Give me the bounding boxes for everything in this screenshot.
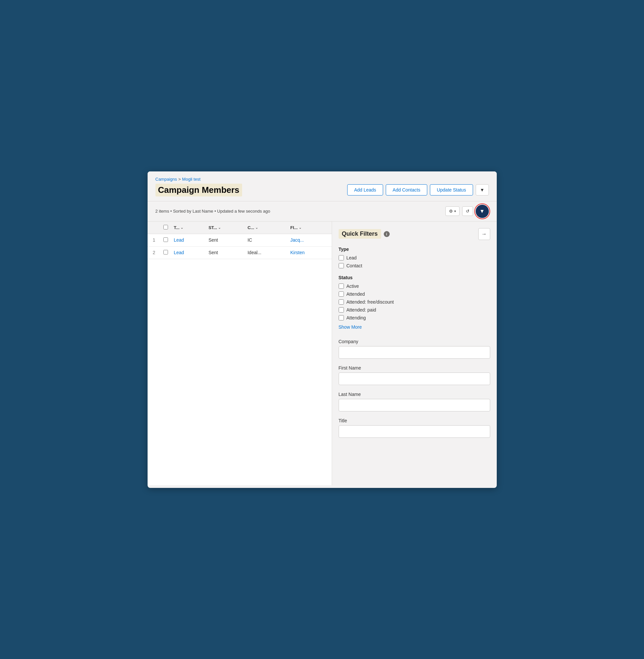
- type-cell: Lead: [171, 234, 206, 246]
- firstname-filter-group: First Name: [339, 365, 490, 385]
- type-link[interactable]: Lead: [174, 250, 184, 255]
- status-active-option: Active: [339, 284, 490, 289]
- checkbox-header: [161, 222, 171, 234]
- status-attending-checkbox[interactable]: [339, 315, 344, 321]
- type-lead-checkbox[interactable]: [339, 255, 344, 260]
- gear-dropdown-chevron: ▾: [454, 209, 456, 213]
- firstname-link[interactable]: Kirsten: [290, 250, 305, 255]
- info-icon[interactable]: i: [384, 231, 390, 237]
- table-area: T... ⌄ ST... ⌄ C...: [147, 222, 332, 485]
- status-sort-icon: ⌄: [218, 226, 221, 229]
- status-attended-paid-label: Attended: paid: [347, 307, 376, 312]
- quick-filters-panel: Quick Filters i → Type Lead Contact: [332, 222, 497, 485]
- firstname-cell: Kirsten: [288, 246, 331, 259]
- title-filter-group: Title: [339, 418, 490, 438]
- status-attended-free-checkbox[interactable]: [339, 299, 344, 305]
- breadcrumb-mogli-test[interactable]: Mogli test: [182, 177, 201, 182]
- refresh-icon: ↺: [466, 209, 469, 214]
- row-num-cell: 2: [147, 246, 161, 259]
- table-header-row: T... ⌄ ST... ⌄ C...: [147, 222, 332, 234]
- status-column-header[interactable]: ST... ⌄: [206, 222, 245, 234]
- filter-icon: ▼: [480, 208, 485, 214]
- status-attended-free-label: Attended: free/discount: [347, 299, 394, 305]
- actions-dropdown-button[interactable]: ▼: [476, 184, 489, 196]
- row-checkbox-cell: [161, 246, 171, 259]
- status-attended-checkbox[interactable]: [339, 291, 344, 297]
- type-filter-section: Type Lead Contact: [339, 247, 490, 268]
- firstname-filter-label: First Name: [339, 365, 490, 371]
- expand-filter-button[interactable]: →: [478, 228, 490, 240]
- type-link[interactable]: Lead: [174, 237, 184, 243]
- status-cell: Sent: [206, 234, 245, 246]
- gear-icon: ⚙: [449, 209, 453, 214]
- lastname-filter-group: Last Name: [339, 392, 490, 412]
- status-attended-label: Attended: [347, 291, 365, 297]
- filter-panel-header: Quick Filters i →: [339, 228, 490, 240]
- row-checkbox[interactable]: [163, 237, 168, 242]
- subheader: 2 items • Sorted by Last Name • Updated …: [147, 201, 497, 222]
- header-actions: Add Leads Add Contacts Update Status ▼: [347, 184, 489, 196]
- filter-title-row: Quick Filters i: [339, 229, 390, 239]
- status-active-checkbox[interactable]: [339, 284, 344, 289]
- update-status-button[interactable]: Update Status: [430, 184, 473, 196]
- status-cell: Sent: [206, 246, 245, 259]
- company-column-header[interactable]: C... ⌄: [245, 222, 288, 234]
- type-cell: Lead: [171, 246, 206, 259]
- status-section-title: Status: [339, 275, 490, 280]
- lastname-filter-input[interactable]: [339, 399, 490, 412]
- status-active-label: Active: [347, 284, 359, 289]
- select-all-checkbox[interactable]: [163, 225, 168, 229]
- header-row: Campaign Members Add Leads Add Contacts …: [156, 184, 489, 201]
- table-row: 2 Lead Sent Ideal... Kirsten: [147, 246, 332, 259]
- breadcrumb: Campaigns > Mogli test: [156, 177, 489, 182]
- main-content: T... ⌄ ST... ⌄ C...: [147, 222, 497, 485]
- subheader-tools: ⚙ ▾ ↺ ▼: [445, 205, 489, 218]
- filter-panel-title: Quick Filters: [339, 229, 381, 239]
- type-sort-icon: ⌄: [181, 226, 183, 229]
- company-sort-icon: ⌄: [255, 226, 258, 229]
- type-column-header[interactable]: T... ⌄: [171, 222, 206, 234]
- company-filter-label: Company: [339, 339, 490, 344]
- add-leads-button[interactable]: Add Leads: [347, 184, 383, 196]
- firstname-link[interactable]: Jacq...: [290, 237, 304, 243]
- campaign-members-table: T... ⌄ ST... ⌄ C...: [147, 222, 332, 259]
- status-filter-section: Status Active Attended Attended: free/di…: [339, 275, 490, 332]
- status-attended-paid-checkbox[interactable]: [339, 307, 344, 312]
- type-section-title: Type: [339, 247, 490, 252]
- lastname-filter-label: Last Name: [339, 392, 490, 397]
- firstname-cell: Jacq...: [288, 234, 331, 246]
- table-row: 1 Lead Sent IC Jacq...: [147, 234, 332, 246]
- show-more-link[interactable]: Show More: [339, 324, 362, 330]
- gear-button[interactable]: ⚙ ▾: [445, 206, 460, 216]
- type-contact-option: Contact: [339, 263, 490, 268]
- company-filter-group: Company: [339, 339, 490, 359]
- status-attended-option: Attended: [339, 291, 490, 297]
- header: Campaigns > Mogli test Campaign Members …: [147, 171, 497, 201]
- app-container: Campaigns > Mogli test Campaign Members …: [147, 171, 497, 488]
- title-filter-input[interactable]: [339, 425, 490, 438]
- type-contact-checkbox[interactable]: [339, 263, 344, 268]
- firstname-filter-input[interactable]: [339, 373, 490, 385]
- list-info: 2 items • Sorted by Last Name • Updated …: [156, 209, 271, 214]
- breadcrumb-campaigns[interactable]: Campaigns: [156, 177, 177, 182]
- company-cell: Ideal...: [245, 246, 288, 259]
- firstname-column-header[interactable]: FI... ⌄: [288, 222, 331, 234]
- row-checkbox-cell: [161, 234, 171, 246]
- refresh-button[interactable]: ↺: [462, 206, 473, 216]
- filter-button[interactable]: ▼: [476, 205, 489, 218]
- title-filter-label: Title: [339, 418, 490, 423]
- status-attending-option: Attending: [339, 315, 490, 321]
- type-lead-option: Lead: [339, 255, 490, 260]
- row-num-cell: 1: [147, 234, 161, 246]
- status-attended-free-option: Attended: free/discount: [339, 299, 490, 305]
- page-title: Campaign Members: [156, 184, 242, 196]
- firstname-sort-icon: ⌄: [299, 226, 301, 229]
- company-filter-input[interactable]: [339, 346, 490, 359]
- add-contacts-button[interactable]: Add Contacts: [386, 184, 427, 196]
- company-cell: IC: [245, 234, 288, 246]
- row-num-header: [147, 222, 161, 234]
- status-attended-paid-option: Attended: paid: [339, 307, 490, 312]
- breadcrumb-separator: >: [178, 177, 181, 182]
- type-lead-label: Lead: [347, 255, 357, 260]
- row-checkbox[interactable]: [163, 250, 168, 255]
